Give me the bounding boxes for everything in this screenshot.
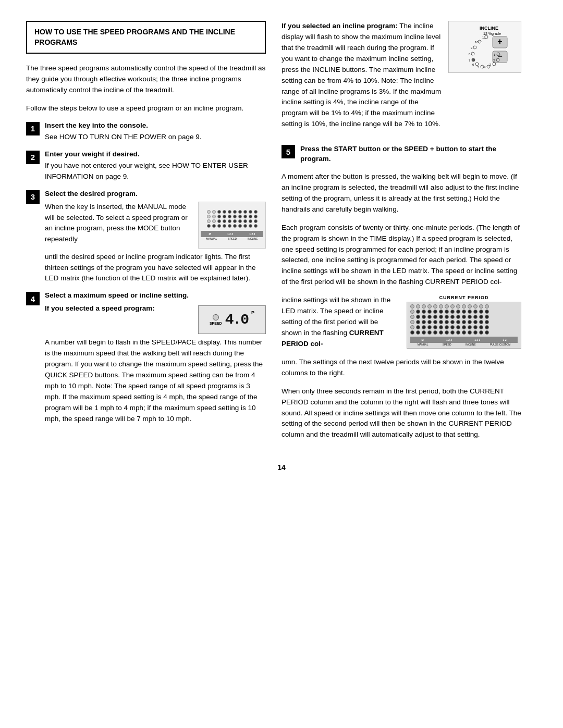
cp-dot [433, 304, 437, 309]
cp-row-5 [410, 325, 518, 329]
svg-text:5: 5 [478, 66, 480, 69]
cp-dot [456, 320, 460, 324]
cp-dot [479, 330, 483, 335]
cp-dot [427, 325, 432, 329]
cp-dot [416, 304, 420, 309]
speed-program-label: If you selected a speed program: [45, 304, 155, 312]
led-dot [254, 219, 258, 223]
led-dot [228, 210, 231, 214]
incline-section: If you selected an incline program: The … [282, 21, 521, 137]
cp-dot [416, 320, 420, 324]
step-5-body2-text: Each program consists of twenty or thirt… [282, 224, 520, 286]
cp-dot [468, 315, 472, 319]
led-dot [212, 219, 216, 223]
right-column: If you selected an incline program: The … [282, 21, 521, 448]
cp-dot [422, 304, 426, 309]
led-dot [217, 210, 221, 214]
led-row-3 [207, 219, 258, 223]
step-3-number: 3 [26, 190, 40, 204]
current-period-section: incline settings will be shown in the LE… [282, 295, 521, 350]
cp-dot [439, 315, 443, 319]
current-period-matrix-container: CURRENT PERIOD [407, 295, 521, 350]
cp-dot [439, 330, 443, 335]
led-dot [243, 219, 247, 223]
step-3-with-image: When the key is inserted, the MANUAL mod… [45, 202, 266, 249]
incline-svg: INCLINE 12 %grade + − 11 10 9 [451, 23, 519, 70]
cp-dot [456, 315, 460, 319]
cp-dot [410, 310, 414, 314]
step-4-with-image: If you selected a speed program: SPEED 4… [45, 303, 266, 334]
cp-dot [445, 320, 449, 324]
cp-dot [485, 304, 489, 309]
cp-dot [422, 320, 426, 324]
cp-row-3 [410, 315, 518, 319]
step-3-body2: until the desired speed or incline progr… [45, 252, 266, 285]
cp-dot [468, 320, 472, 324]
led-dot [233, 224, 237, 228]
speed-label: SPEED [210, 314, 222, 325]
cp-dot [433, 320, 437, 324]
step-4-body: A number will begin to flash in the SPEE… [45, 337, 266, 424]
cp-dot [462, 320, 466, 324]
svg-text:+: + [497, 37, 502, 46]
step-5-body2b: umn. The settings of the next twelve per… [282, 357, 521, 379]
speed-circle-icon [213, 314, 219, 320]
incline-text: If you selected an incline program: The … [282, 21, 442, 137]
step-4-content: Select a maximum speed or incline settin… [45, 291, 266, 424]
cp-dot [485, 330, 489, 335]
incline-intro: If you selected an incline program: The … [282, 21, 442, 130]
cp-dot [485, 310, 489, 314]
led-dot [254, 215, 258, 218]
cp-row-4 [410, 320, 518, 324]
cp-dot [445, 330, 449, 335]
cp-dot [422, 310, 426, 314]
led-dot [249, 215, 252, 218]
step-1: 1 Insert the key into the console. See H… [26, 121, 266, 143]
cp-dot [485, 315, 489, 319]
led-dot [223, 224, 226, 228]
led-dot [207, 219, 211, 223]
svg-text:3: 3 [489, 63, 492, 66]
led-dot [207, 224, 211, 228]
cp-row-1 [410, 304, 518, 309]
step-5-content: Press the START button or the SPEED + bu… [300, 144, 521, 164]
step-3: 3 Select the desired program. When the k… [26, 190, 266, 285]
cp-dot [445, 325, 449, 329]
svg-text:INCLINE: INCLINE [480, 26, 498, 31]
led-dot [228, 219, 231, 223]
step-1-content: Insert the key into the console. See HOW… [45, 121, 266, 143]
led-dot [223, 219, 226, 223]
cp-dot [468, 330, 472, 335]
cp-dot [473, 320, 478, 324]
step-5-body1: A moment after the button is pressed, th… [282, 171, 521, 215]
cp-dot [450, 330, 455, 335]
cp-dot [479, 315, 483, 319]
cp-dot [422, 325, 426, 329]
svg-point-10 [473, 46, 476, 49]
led-dot [238, 224, 242, 228]
led-dot [207, 210, 211, 214]
step-3-text: When the key is inserted, the MANUAL mod… [45, 202, 193, 249]
cp-dot [410, 315, 414, 319]
cp-dot [473, 330, 478, 335]
step-2-body: If you have not entered your weight, see… [45, 161, 266, 182]
speed-digit: 4.0 [225, 312, 248, 328]
cp-row-2 [410, 310, 518, 314]
cp-matrix: M 1 2 3 1 2 3 1 2 MANUAL SPEED INCLINE P… [407, 302, 521, 349]
step-2-title: Enter your weight if desired. [45, 150, 266, 158]
cp-dot [450, 315, 455, 319]
section-title: HOW TO USE THE SPEED PROGRAMS AND THE IN… [34, 27, 258, 47]
cp-dot [445, 315, 449, 319]
cp-dot [427, 315, 432, 319]
cp-dot [445, 310, 449, 314]
led-dot [217, 219, 221, 223]
cp-dot [450, 304, 455, 309]
led-dot [238, 215, 242, 218]
cp-dot [427, 304, 432, 309]
svg-text:10: 10 [475, 41, 479, 44]
current-period-col-bold: PERIOD col- [282, 340, 323, 348]
cp-dot [439, 320, 443, 324]
cp-dot [468, 325, 472, 329]
led-dot [212, 210, 216, 214]
cp-dot [445, 304, 449, 309]
